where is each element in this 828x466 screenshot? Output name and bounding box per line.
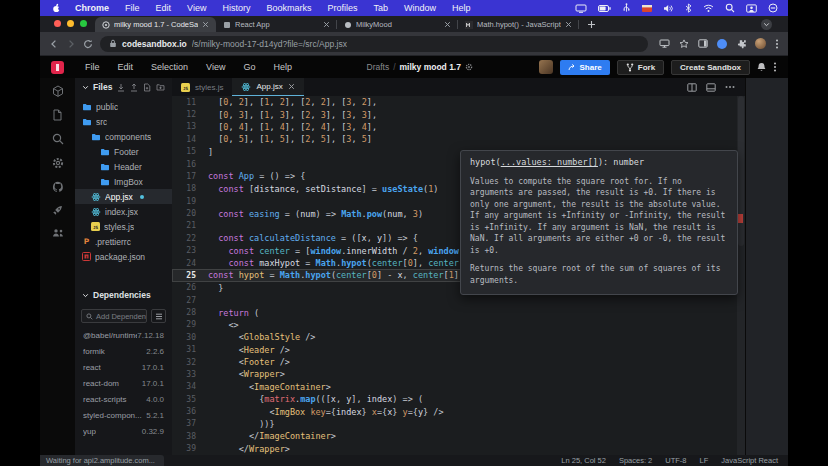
code-line[interactable]: 30 <GlobalStyle /> bbox=[172, 331, 745, 343]
tree-item[interactable]: Header bbox=[75, 159, 172, 174]
editor-scrollbar[interactable] bbox=[737, 96, 745, 455]
editor-tab[interactable]: App.jsx bbox=[232, 78, 303, 96]
code-line[interactable]: 13 [0, 4], [1, 4], [2, 4], [3, 4], bbox=[172, 121, 745, 133]
tree-item[interactable]: components bbox=[75, 129, 172, 144]
cs-menu-item[interactable]: File bbox=[76, 62, 109, 72]
settings-gear-icon[interactable] bbox=[52, 157, 64, 169]
volume-icon[interactable] bbox=[663, 4, 674, 13]
statusbar-item[interactable]: Ln 25, Col 52 bbox=[561, 456, 606, 465]
statusbar-item[interactable]: LF bbox=[700, 456, 709, 465]
close-window-button[interactable] bbox=[54, 20, 61, 27]
code-line[interactable]: 11 [0, 2], [1, 2], [2, 2], [3, 2], bbox=[172, 96, 745, 108]
share-button[interactable]: Share bbox=[560, 60, 610, 75]
code-line[interactable]: 14 [0, 5], [1, 5], [2, 5], [3, 5] bbox=[172, 133, 745, 145]
new-tab-button[interactable] bbox=[587, 20, 596, 29]
new-file-icon[interactable] bbox=[143, 83, 151, 92]
browser-tab[interactable]: React App bbox=[216, 17, 337, 32]
new-folder-icon[interactable] bbox=[156, 83, 165, 92]
code-line[interactable]: 31 <Header /> bbox=[172, 344, 745, 356]
statusbar-item[interactable]: Spaces: 2 bbox=[619, 456, 652, 465]
wifi-icon[interactable] bbox=[703, 4, 714, 12]
dependency-item[interactable]: formik2.2.6 bbox=[75, 343, 172, 359]
tree-item[interactable]: package.json bbox=[75, 249, 172, 264]
sandbox-title[interactable]: milky mood 1.7 bbox=[400, 62, 461, 72]
spotlight-search-icon[interactable] bbox=[725, 3, 735, 13]
live-session-icon[interactable] bbox=[52, 228, 64, 237]
deployment-rocket-icon[interactable] bbox=[52, 205, 63, 216]
send-to-device-icon[interactable] bbox=[659, 39, 670, 48]
header-menu-dots-icon[interactable] bbox=[773, 62, 777, 72]
address-bar[interactable]: codesandbox.io/s/milky-mood-17-d14yd?fil… bbox=[100, 36, 648, 52]
tab-search-button[interactable] bbox=[761, 19, 772, 30]
user-avatar[interactable] bbox=[539, 60, 553, 74]
menubar-item[interactable]: Bookmarks bbox=[258, 3, 319, 13]
code-line[interactable]: 34 <ImageContainer> bbox=[172, 381, 745, 393]
dependency-item[interactable]: react-scripts4.0.0 bbox=[75, 391, 172, 407]
search-icon[interactable] bbox=[52, 133, 64, 145]
keyboard-flag-icon[interactable] bbox=[642, 5, 652, 12]
usb-icon[interactable] bbox=[622, 3, 631, 13]
menubar-item[interactable]: Chrome bbox=[67, 3, 117, 13]
cs-menu-item[interactable]: Selection bbox=[142, 62, 197, 72]
cs-menu-item[interactable]: Help bbox=[264, 62, 301, 72]
open-preview-icon[interactable] bbox=[706, 83, 716, 92]
statusbar-item[interactable]: JavaScript React bbox=[721, 456, 778, 465]
dependency-item[interactable]: react17.0.1 bbox=[75, 359, 172, 375]
cs-menu-item[interactable]: Edit bbox=[109, 62, 143, 72]
fast-user-switch-icon[interactable] bbox=[746, 4, 757, 13]
menubar-item[interactable]: Help bbox=[444, 3, 479, 13]
battery-icon[interactable] bbox=[598, 5, 611, 12]
menubar-item[interactable]: Profiles bbox=[319, 3, 365, 13]
code-line[interactable]: 28 return ( bbox=[172, 306, 745, 318]
browser-menu-dots-icon[interactable] bbox=[775, 39, 779, 49]
code-line[interactable]: 36 <ImgBox key={index} x={x} y={y} /> bbox=[172, 405, 745, 417]
code-line[interactable]: 38 </ImageContainer> bbox=[172, 430, 745, 442]
code-line[interactable]: 29 <> bbox=[172, 319, 745, 331]
extension-blue-icon[interactable] bbox=[717, 39, 727, 49]
tab-close-icon[interactable] bbox=[565, 21, 572, 28]
menubar-item[interactable]: Window bbox=[396, 3, 444, 13]
tree-item[interactable]: P.prettierrc bbox=[75, 234, 172, 249]
editor-tab[interactable]: JSstyles.js bbox=[172, 78, 232, 96]
tab-close-icon[interactable] bbox=[288, 83, 295, 90]
menubar-item[interactable]: File bbox=[117, 3, 148, 13]
code-line[interactable]: 39 </Wrapper> bbox=[172, 443, 745, 455]
menubar-item[interactable]: Tab bbox=[365, 3, 396, 13]
bluetooth-icon[interactable] bbox=[685, 3, 692, 13]
dependencies-header[interactable]: Dependencies bbox=[75, 286, 172, 304]
minimize-window-button[interactable] bbox=[67, 20, 74, 27]
codesandbox-project-icon[interactable] bbox=[52, 85, 64, 97]
menubar-item[interactable]: Edit bbox=[148, 3, 180, 13]
tab-close-icon[interactable] bbox=[202, 21, 209, 28]
dependency-item[interactable]: yup0.32.9 bbox=[75, 423, 172, 439]
code-line[interactable]: 35 {matrix.map(([x, y], index) => ( bbox=[172, 393, 745, 405]
add-dependency-input[interactable]: Add Dependenc bbox=[81, 309, 147, 323]
side-panel-icon[interactable] bbox=[698, 39, 708, 48]
notifications-bell-icon[interactable] bbox=[757, 62, 766, 72]
files-panel-header[interactable]: Files bbox=[75, 78, 172, 96]
tree-item[interactable]: src bbox=[75, 114, 172, 129]
upload-icon[interactable] bbox=[130, 83, 138, 92]
tree-item[interactable]: App.jsx bbox=[75, 189, 172, 204]
screen-mirror-icon[interactable] bbox=[575, 4, 587, 13]
forward-icon[interactable] bbox=[66, 39, 76, 49]
dependency-item[interactable]: @babel/runtime7.12.18 bbox=[75, 327, 172, 343]
dependency-list-menu-button[interactable] bbox=[151, 309, 166, 323]
create-sandbox-button[interactable]: Create Sandbox bbox=[671, 60, 750, 75]
tree-item[interactable]: ImgBox bbox=[75, 174, 172, 189]
apple-icon[interactable] bbox=[52, 3, 61, 13]
preview-pane-collapsed[interactable] bbox=[745, 78, 788, 455]
github-icon[interactable] bbox=[52, 181, 64, 193]
browser-tab[interactable]: MilkyMood bbox=[337, 17, 458, 32]
tree-item[interactable]: index.jsx bbox=[75, 204, 172, 219]
editor-more-icon[interactable] bbox=[725, 85, 735, 89]
explorer-files-icon[interactable] bbox=[52, 109, 63, 121]
tree-item[interactable]: Footer bbox=[75, 144, 172, 159]
codesandbox-logo[interactable] bbox=[51, 61, 64, 74]
code-line[interactable]: 37 ))} bbox=[172, 418, 745, 430]
tree-item[interactable]: JSstyles.js bbox=[75, 219, 172, 234]
code-line[interactable]: 33 <Wrapper> bbox=[172, 368, 745, 380]
browser-profile-avatar[interactable] bbox=[755, 38, 766, 49]
tab-close-icon[interactable] bbox=[444, 21, 451, 28]
breadcrumb-folder[interactable]: Drafts bbox=[367, 62, 390, 72]
